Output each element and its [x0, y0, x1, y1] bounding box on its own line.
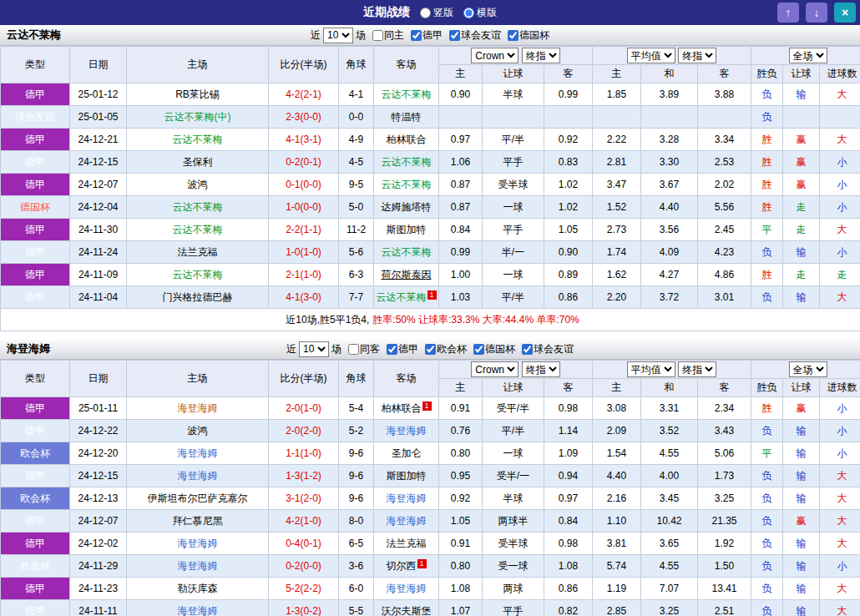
- handicap_result-cell: 走: [783, 219, 820, 241]
- away-team-cell: 海登海姆: [374, 420, 439, 442]
- odds-source-select[interactable]: 全场: [789, 361, 827, 377]
- odds-source-select[interactable]: Crown: [471, 48, 519, 63]
- horizontal-view-radio[interactable]: [463, 8, 474, 18]
- team-name-link[interactable]: 斯图加特: [387, 470, 427, 482]
- filter-checkbox-input[interactable]: [425, 344, 436, 355]
- team-name-link[interactable]: 波鸿: [188, 179, 208, 190]
- team-name-link[interactable]: 海登海姆: [387, 425, 427, 437]
- filter-checkbox[interactable]: 球会友谊: [449, 28, 501, 43]
- team-name-link[interactable]: 海登海姆: [178, 560, 218, 572]
- view-option-vertical[interactable]: 竖版: [420, 6, 453, 20]
- team-name-link[interactable]: 门兴格拉德巴赫: [163, 291, 233, 303]
- odds-source-select[interactable]: 平均值: [627, 361, 675, 377]
- team-name-link[interactable]: 云达不莱梅: [173, 134, 223, 145]
- recent-count-select[interactable]: 10: [323, 28, 353, 43]
- odds-cell-avg_draw: 4.55: [641, 442, 698, 465]
- filter-checkbox-input[interactable]: [387, 344, 397, 355]
- filter-checkbox[interactable]: 德国杯: [508, 28, 549, 43]
- filter-checkbox[interactable]: 德甲: [411, 28, 443, 43]
- odds-source-select[interactable]: 终指: [522, 361, 560, 377]
- filter-checkbox-input[interactable]: [348, 344, 359, 355]
- match-row: 德甲24-12-15海登海姆1-3(1-2)9-6斯图加特0.95受半/一0.9…: [1, 465, 860, 487]
- team-name-link[interactable]: 云达不莱梅: [382, 156, 432, 168]
- home-team-cell: 海登海姆: [127, 533, 269, 555]
- team-name-link[interactable]: 海登海姆: [178, 402, 218, 414]
- team-name-link[interactable]: RB莱比锡: [175, 88, 220, 100]
- view-option-horizontal[interactable]: 横版: [463, 6, 497, 20]
- away-team-cell: 达姆施塔特: [374, 196, 439, 219]
- filter-checkbox-input[interactable]: [411, 30, 422, 41]
- odds-source-select[interactable]: Crown: [471, 361, 519, 377]
- team-name-link[interactable]: 柏林联合: [387, 134, 427, 145]
- home-team-cell: 云达不莱梅(中): [127, 106, 269, 129]
- average-odds-group: 平均值 终指: [593, 47, 751, 65]
- team-name-link[interactable]: 柏林联合: [382, 402, 422, 414]
- odds-source-select[interactable]: 终指: [522, 48, 560, 63]
- odds-source-select[interactable]: 平均值: [627, 48, 675, 63]
- team-name-link[interactable]: 荷尔斯泰因: [382, 269, 432, 280]
- team-name-link[interactable]: 云达不莱梅(中): [164, 111, 231, 123]
- away-team-cell: 云达不莱梅: [374, 83, 439, 106]
- vertical-view-radio[interactable]: [420, 8, 431, 18]
- team-name-link[interactable]: 沃尔夫斯堡: [382, 605, 432, 616]
- team-name-link[interactable]: 海登海姆: [387, 583, 427, 594]
- close-button[interactable]: ×: [834, 3, 856, 23]
- team-name-link[interactable]: 云达不莱梅: [377, 291, 427, 303]
- score-cell: 2-0(2-0): [269, 420, 339, 442]
- team-name-link[interactable]: 法兰克福: [387, 538, 427, 549]
- team-name-link[interactable]: 圣保利: [183, 156, 213, 168]
- odds-source-select[interactable]: 全场: [789, 48, 827, 63]
- team-name-link[interactable]: 圣加仑: [392, 447, 422, 459]
- team-name-link[interactable]: 云达不莱梅: [173, 224, 223, 235]
- filter-checkbox-input[interactable]: [372, 30, 383, 41]
- odds-cell-avg_draw: 3.72: [641, 286, 698, 309]
- team-name-link[interactable]: 法兰克福: [178, 246, 218, 258]
- result-cell: 负: [751, 420, 783, 442]
- sub-column-header: 进球数: [820, 379, 860, 397]
- score-cell: 2-0(1-0): [269, 397, 339, 420]
- filter-checkbox[interactable]: 德甲: [387, 342, 418, 356]
- team-name-link[interactable]: 海登海姆: [178, 605, 218, 616]
- league-cell: 欧会杯: [1, 442, 70, 465]
- team-name-link[interactable]: 波鸿: [188, 425, 208, 437]
- odds-cell-handicap: 受半球: [483, 174, 544, 196]
- recent-count-select[interactable]: 10: [299, 341, 329, 357]
- odds-source-select[interactable]: 终指: [678, 48, 716, 63]
- odds-cell-avg_draw: 3.28: [641, 129, 698, 151]
- team-name-link[interactable]: 云达不莱梅: [173, 201, 223, 213]
- filter-checkbox[interactable]: 同客: [348, 342, 380, 356]
- scroll-down-button[interactable]: ↓: [806, 3, 827, 23]
- scroll-up-button[interactable]: ↑: [777, 3, 799, 23]
- team-name-link[interactable]: 切尔西: [387, 560, 417, 572]
- odds-source-select[interactable]: 终指: [678, 361, 716, 377]
- column-header: 主场: [127, 47, 269, 83]
- team-name-link[interactable]: 海登海姆: [387, 492, 427, 504]
- filter-checkbox-input[interactable]: [449, 30, 460, 41]
- filter-checkbox-input[interactable]: [473, 344, 484, 355]
- filter-checkbox[interactable]: 同主: [372, 28, 404, 43]
- odds-cell-avg_home: [593, 106, 641, 129]
- odds-cell-crown_away: 0.90: [544, 241, 593, 264]
- filter-checkbox-input[interactable]: [508, 30, 519, 41]
- filter-checkbox[interactable]: 欧会杯: [425, 342, 467, 356]
- filter-checkbox[interactable]: 德国杯: [473, 342, 515, 356]
- team-name-link[interactable]: 拜仁慕尼黑: [173, 515, 223, 527]
- team-name-link[interactable]: 云达不莱梅: [173, 269, 223, 280]
- team-name-link[interactable]: 海登海姆: [178, 447, 218, 459]
- filter-checkbox[interactable]: 球会友谊: [522, 342, 574, 356]
- team-name-link[interactable]: 云达不莱梅: [382, 179, 432, 190]
- away-team-cell: 云达不莱梅: [374, 151, 439, 174]
- date-cell: 24-12-20: [70, 442, 127, 465]
- team-name-link[interactable]: 伊斯坦布尔巴萨克塞尔: [148, 492, 248, 504]
- team-name-link[interactable]: 云达不莱梅: [382, 88, 432, 100]
- team-name-link[interactable]: 特温特: [392, 111, 422, 123]
- team-name-link[interactable]: 勒沃库森: [178, 583, 218, 594]
- goals_result-cell: 大: [820, 219, 860, 241]
- team-name-link[interactable]: 海登海姆: [178, 538, 218, 549]
- team-name-link[interactable]: 海登海姆: [178, 470, 218, 482]
- team-name-link[interactable]: 达姆施塔特: [382, 201, 432, 213]
- filter-checkbox-input[interactable]: [522, 344, 533, 355]
- team-name-link[interactable]: 云达不莱梅: [382, 246, 432, 258]
- team-name-link[interactable]: 海登海姆: [387, 515, 427, 527]
- team-name-link[interactable]: 斯图加特: [387, 224, 427, 235]
